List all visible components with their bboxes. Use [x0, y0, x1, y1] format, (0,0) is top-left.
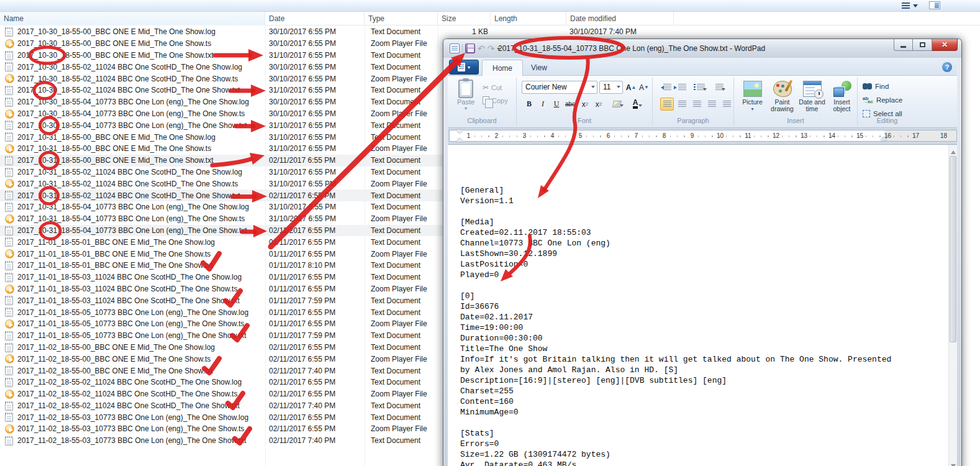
- tab-view[interactable]: View: [521, 60, 557, 76]
- document-area[interactable]: [General]Version=1.1 [Media]Created=02.1…: [448, 144, 957, 466]
- redo-icon[interactable]: ↷: [488, 44, 495, 53]
- font-color-button[interactable]: A: [627, 98, 643, 111]
- increase-indent-button[interactable]: [675, 81, 689, 94]
- file-type-icon: [5, 366, 13, 375]
- file-date: 02/11/2017 6:55 PM: [265, 191, 365, 200]
- column-header-length[interactable]: Length: [491, 12, 566, 25]
- copy-button[interactable]: Copy: [483, 96, 508, 104]
- right-indent-marker[interactable]: [881, 134, 887, 140]
- file-name: 2017_11-01_18-55-01_BBC ONE E Mid_The On…: [0, 261, 265, 270]
- undo-icon[interactable]: ↶: [478, 44, 485, 53]
- scrollbar-thumb[interactable]: [950, 156, 956, 342]
- chevron-down-icon: ▾: [468, 65, 470, 70]
- change-view-icon[interactable]: [902, 1, 918, 10]
- maximize-button[interactable]: [913, 39, 932, 51]
- close-button[interactable]: ✕: [932, 39, 958, 51]
- file-type: Text Document: [365, 203, 438, 211]
- paragraph-dialog-button[interactable]: [720, 98, 733, 111]
- column-header-type[interactable]: Type: [365, 12, 438, 25]
- file-type: Text Document: [365, 367, 438, 375]
- minimize-button[interactable]: [894, 39, 913, 51]
- underline-button[interactable]: U: [550, 98, 563, 111]
- line-spacing-button[interactable]: [712, 81, 726, 94]
- bullets-button[interactable]: [694, 81, 707, 94]
- replace-button[interactable]: ab→ac Replace: [863, 95, 902, 105]
- date-and-time-button[interactable]: Date and time: [797, 80, 827, 118]
- file-name: 2017_11-01_18-55-01_BBC ONE E Mid_The On…: [0, 250, 265, 258]
- paste-button[interactable]: Paste ▾: [453, 80, 479, 117]
- file-name: 2017_11-02_18-55-00_BBC ONE E Mid_The On…: [0, 343, 265, 352]
- wordpad-menu-button[interactable]: ▾: [449, 60, 479, 75]
- chevron-down-icon: ▾: [453, 106, 479, 111]
- align-left-button[interactable]: [660, 98, 674, 111]
- bold-button[interactable]: B: [523, 98, 535, 111]
- replace-label: Replace: [876, 96, 902, 104]
- save-icon[interactable]: [465, 43, 475, 53]
- cut-label: Cut: [491, 84, 502, 91]
- ribbon-tab-row: ▾ Home View ?: [448, 58, 957, 76]
- wordpad-titlebar[interactable]: ↶ ↷ ▾ 2017_10-31_18-55-04_10773 BBC One …: [443, 39, 961, 58]
- paint-drawing-label: Paint drawing: [768, 99, 797, 112]
- binoculars-icon: [863, 83, 872, 89]
- column-header-row: Name Date Type Size Length Date modified: [0, 12, 980, 25]
- help-icon[interactable]: ?: [942, 62, 952, 72]
- superscript-button[interactable]: x2: [592, 98, 605, 111]
- font-size-select[interactable]: 11: [599, 81, 623, 94]
- align-right-button[interactable]: [690, 98, 704, 111]
- cut-button[interactable]: ✂ Cut: [483, 83, 502, 92]
- document-line: Description=[16:9]|[stereo] [eng]|[DVB s…: [460, 375, 938, 386]
- ribbon: Paste ▾ ✂ Cut Copy Clipboard Courier New…: [448, 76, 957, 128]
- decrease-indent-button[interactable]: [660, 81, 674, 94]
- column-header-size[interactable]: Size: [438, 12, 491, 25]
- explorer-toolbar: [0, 0, 980, 12]
- vertical-scrollbar[interactable]: [948, 145, 957, 466]
- file-type: Zoom Player File: [365, 144, 438, 153]
- align-center-button[interactable]: [675, 98, 689, 111]
- picture-icon: [743, 81, 762, 97]
- preview-pane-icon[interactable]: [929, 1, 940, 9]
- shrink-font-button[interactable]: A▼: [638, 81, 650, 94]
- column-header-date[interactable]: Date: [265, 12, 365, 25]
- scroll-up-icon[interactable]: [951, 148, 956, 154]
- file-type: Zoom Player File: [365, 355, 438, 363]
- paint-drawing-button[interactable]: Paint drawing: [768, 80, 797, 118]
- justify-button[interactable]: [705, 98, 719, 111]
- font-family-select[interactable]: Courier New: [522, 81, 597, 94]
- picture-button[interactable]: Picture ▾: [738, 80, 767, 118]
- file-type: Zoom Player File: [365, 180, 438, 188]
- column-header-date-modified[interactable]: Date modified: [566, 12, 674, 25]
- file-date: 31/10/2017 6:55 PM: [265, 133, 365, 142]
- insert-object-button[interactable]: Insert object: [827, 80, 856, 118]
- group-label-clipboard: Clipboard: [448, 117, 516, 124]
- file-date: 31/10/2017 6:55 PM: [265, 180, 365, 188]
- tab-home[interactable]: Home: [482, 60, 523, 76]
- subscript-button[interactable]: x2: [579, 98, 591, 111]
- ribbon-group-insert: Picture ▾ Paint drawing Date and time In…: [734, 77, 858, 126]
- file-type: Text Document: [365, 261, 438, 270]
- file-type: Zoom Player File: [365, 75, 438, 83]
- file-name: 2017_11-02_18-55-00_BBC ONE E Mid_The On…: [0, 355, 265, 363]
- file-row[interactable]: 2017_10-30_18-55-00_BBC ONE E Mid_The On…: [0, 26, 674, 38]
- strikethrough-button[interactable]: abc: [564, 98, 576, 111]
- wordpad-app-icon[interactable]: [450, 43, 460, 53]
- file-type-icon: [5, 319, 14, 329]
- file-date: 02/11/2017 6:55 PM: [265, 390, 365, 398]
- file-type-icon: [5, 98, 13, 107]
- document-text[interactable]: [General]Version=1.1 [Media]Created=02.1…: [460, 153, 938, 466]
- left-indent-marker[interactable]: [456, 135, 463, 142]
- find-button[interactable]: Find: [863, 81, 889, 91]
- file-date: 30/10/2017 6:55 PM: [265, 27, 365, 36]
- italic-button[interactable]: I: [537, 98, 549, 111]
- document-line: Created=02.11.2017 18:55:03: [460, 227, 938, 238]
- file-name: 2017_10-31_18-55-02_11024 BBC One ScotHD…: [0, 191, 265, 200]
- text-highlight-button[interactable]: [609, 98, 625, 111]
- ribbon-group-font: Courier New 11 A▲ A▼ B I U abc x2 x2 A F…: [517, 77, 653, 126]
- copy-label: Copy: [492, 97, 508, 104]
- column-header-name[interactable]: Name: [0, 12, 265, 25]
- document-line: [Stats]: [460, 428, 938, 439]
- ruler-band[interactable]: 123456789101112131415161718: [449, 130, 957, 142]
- grow-font-button[interactable]: A▲: [625, 81, 637, 94]
- document-line: Version=1.1: [460, 196, 938, 206]
- file-name: 2017_11-01_18-55-05_10773 BBC One Lon (e…: [0, 331, 265, 340]
- file-date: 01/11/2017 7:59 PM: [265, 331, 365, 340]
